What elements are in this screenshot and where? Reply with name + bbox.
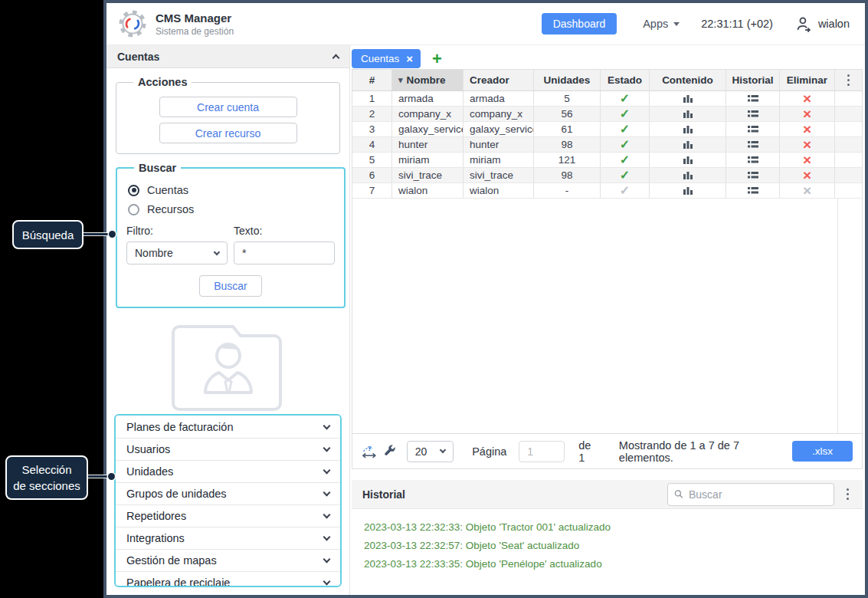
add-tab-button[interactable]: + bbox=[432, 51, 442, 67]
list-icon bbox=[748, 140, 758, 150]
search-text-input[interactable] bbox=[242, 247, 326, 259]
row-history-button[interactable] bbox=[726, 183, 780, 198]
content-chart-button[interactable] bbox=[650, 122, 726, 136]
table-row[interactable]: 2 company_x company_x 56 ✓ × bbox=[352, 107, 862, 122]
section-item-label: Grupos de unidades bbox=[126, 488, 227, 500]
column-header-eliminar[interactable]: Eliminar bbox=[780, 70, 835, 90]
row-history-button[interactable] bbox=[726, 137, 780, 152]
table-row[interactable]: 7 wialon wialon - ✓ × bbox=[352, 183, 862, 199]
cell-name: hunter bbox=[392, 137, 463, 152]
row-history-button[interactable] bbox=[726, 122, 780, 136]
chevron-down-icon bbox=[323, 511, 331, 519]
table-row[interactable]: 6 sivi_trace sivi_trace 98 ✓ × bbox=[352, 168, 862, 183]
sidebar: Cuentas Acciones Crear cuenta Crear recu… bbox=[106, 45, 350, 595]
chevron-down-icon bbox=[323, 578, 331, 586]
delete-button[interactable]: × bbox=[803, 184, 811, 198]
table-row[interactable]: 1 armada armada 5 ✓ × bbox=[352, 91, 862, 107]
delete-button[interactable]: × bbox=[803, 169, 811, 182]
tab-bar: Cuentas × + bbox=[352, 45, 863, 69]
status-check-icon[interactable]: ✓ bbox=[620, 137, 630, 152]
export-xlsx-button[interactable]: .xlsx bbox=[792, 441, 853, 462]
delete-button[interactable]: × bbox=[803, 138, 811, 152]
column-header-num[interactable]: # bbox=[352, 70, 392, 90]
table-menu-button[interactable] bbox=[844, 71, 853, 89]
column-header-contenido[interactable]: Contenido bbox=[650, 70, 726, 90]
row-history-button[interactable] bbox=[726, 91, 780, 106]
user-menu[interactable]: wialon bbox=[796, 16, 850, 32]
status-check-icon[interactable]: ✓ bbox=[620, 122, 630, 136]
row-history-button[interactable] bbox=[726, 153, 780, 167]
cms-logo-gear-icon bbox=[117, 8, 148, 39]
table-row[interactable]: 3 galaxy_service galaxy_service 61 ✓ × bbox=[352, 122, 862, 137]
cell-units: - bbox=[534, 183, 601, 198]
column-header-unidades[interactable]: Unidades bbox=[534, 70, 601, 90]
table-empty-area bbox=[352, 199, 838, 433]
history-search-input[interactable] bbox=[689, 488, 827, 501]
radio-unselected-icon bbox=[128, 204, 139, 215]
history-menu-button[interactable] bbox=[843, 485, 852, 503]
sidebar-section-item[interactable]: Planes de facturación bbox=[116, 416, 340, 438]
create-resource-button[interactable]: Crear recurso bbox=[159, 123, 297, 143]
row-history-button[interactable] bbox=[726, 107, 780, 121]
delete-button[interactable]: × bbox=[803, 107, 811, 121]
page-size-select[interactable]: 20 bbox=[407, 441, 454, 462]
status-check-icon[interactable]: ✓ bbox=[620, 168, 630, 182]
app-window: CMS Manager Sistema de gestión Dashboard… bbox=[103, 0, 868, 598]
chevron-down-icon bbox=[323, 556, 331, 564]
cell-creator: hunter bbox=[463, 137, 534, 152]
table-row[interactable]: 5 miriam miriam 121 ✓ × bbox=[352, 153, 862, 168]
list-icon bbox=[748, 186, 758, 196]
sidebar-section-item[interactable]: Integrations bbox=[116, 527, 340, 549]
dashboard-button[interactable]: Dashboard bbox=[542, 13, 617, 34]
column-header-historial[interactable]: Historial bbox=[726, 70, 780, 90]
sidebar-section-item[interactable]: Papelera de reciclaje bbox=[116, 571, 340, 587]
sidebar-section-item[interactable]: Unidades bbox=[116, 460, 340, 482]
filter-select[interactable]: Nombre bbox=[126, 242, 228, 264]
sidebar-panel-title: Cuentas bbox=[117, 51, 159, 63]
radio-recursos[interactable]: Recursos bbox=[128, 203, 335, 215]
cell-number: 2 bbox=[352, 107, 392, 121]
sidebar-panel-header-cuentas[interactable]: Cuentas bbox=[106, 45, 349, 68]
row-history-button[interactable] bbox=[726, 168, 780, 182]
status-check-icon[interactable]: ✓ bbox=[620, 153, 630, 167]
chevron-down-icon bbox=[323, 422, 331, 429]
cell-creator: miriam bbox=[463, 153, 534, 167]
sidebar-section-item[interactable]: Grupos de unidades bbox=[116, 482, 340, 504]
status-check-icon[interactable]: ✓ bbox=[620, 91, 630, 106]
delete-button[interactable]: × bbox=[803, 92, 811, 106]
tab-close-icon[interactable]: × bbox=[406, 54, 413, 63]
column-header-estado[interactable]: Estado bbox=[601, 70, 650, 90]
delete-button[interactable]: × bbox=[803, 123, 811, 136]
column-header-nombre[interactable]: ▾Nombre bbox=[392, 70, 463, 90]
table-row[interactable]: 4 hunter hunter 98 ✓ × bbox=[352, 137, 862, 153]
username: wialon bbox=[818, 18, 850, 30]
content-chart-button[interactable] bbox=[650, 91, 726, 106]
showing-status-text: Mostrando de 1 a 7 de 7 elementos. bbox=[619, 439, 786, 464]
status-check-icon[interactable]: ✓ bbox=[620, 107, 630, 121]
page-label: Página bbox=[472, 445, 506, 458]
search-legend: Buscar bbox=[134, 162, 181, 174]
content-chart-button[interactable] bbox=[650, 183, 726, 198]
column-header-creador[interactable]: Creador bbox=[463, 70, 534, 90]
sidebar-section-item[interactable]: Repetidores bbox=[116, 504, 340, 527]
settings-wrench-icon[interactable] bbox=[384, 445, 396, 458]
search-button[interactable]: Buscar bbox=[199, 275, 262, 297]
column-autofit-icon[interactable]: ? bbox=[362, 444, 378, 459]
create-account-button[interactable]: Crear cuenta bbox=[159, 97, 297, 117]
delete-button[interactable]: × bbox=[803, 153, 811, 167]
content-chart-button[interactable] bbox=[650, 137, 726, 152]
status-check-icon[interactable]: ✓ bbox=[620, 183, 630, 198]
page: Búsqueda Selección de secciones CMS Mana… bbox=[0, 0, 868, 598]
radio-cuentas[interactable]: Cuentas bbox=[128, 184, 335, 196]
page-number-input[interactable] bbox=[519, 441, 565, 462]
tab-cuentas[interactable]: Cuentas × bbox=[352, 49, 421, 68]
apps-menu[interactable]: Apps bbox=[643, 18, 680, 30]
section-item-label: Repetidores bbox=[126, 510, 186, 522]
sidebar-section-item[interactable]: Usuarios bbox=[116, 438, 340, 460]
sidebar-section-item[interactable]: Gestión de mapas bbox=[116, 549, 340, 571]
cell-creator: company_x bbox=[463, 107, 534, 121]
content-chart-button[interactable] bbox=[650, 168, 726, 182]
content-chart-button[interactable] bbox=[650, 107, 726, 121]
cell-units: 5 bbox=[534, 91, 601, 106]
content-chart-button[interactable] bbox=[650, 153, 726, 167]
